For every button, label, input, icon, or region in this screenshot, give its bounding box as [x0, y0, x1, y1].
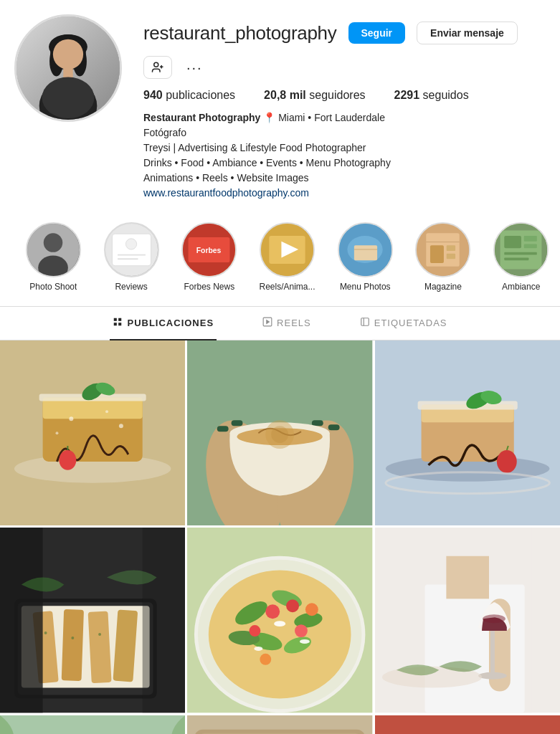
- svg-rect-44: [114, 318, 117, 321]
- svg-rect-34: [430, 245, 444, 263]
- svg-point-14: [44, 233, 63, 252]
- photo-cell-p1[interactable]: [0, 340, 185, 525]
- highlight-hl2[interactable]: Reviews: [100, 222, 163, 292]
- photo-cell-p8[interactable]: [187, 715, 372, 734]
- highlights-section: Photo Shoot Reviews Forbes Forbes News R…: [0, 208, 560, 307]
- svg-rect-129: [0, 715, 185, 734]
- photo-cell-p5[interactable]: [187, 528, 372, 712]
- grid-icon: [113, 317, 123, 327]
- highlight-hl5[interactable]: Menu Photos: [333, 222, 397, 292]
- tab-reels[interactable]: REELS: [260, 307, 314, 340]
- bio-line3: Animations • Reels • Website Images: [143, 171, 546, 186]
- svg-rect-42: [504, 252, 537, 255]
- svg-rect-123: [446, 556, 489, 599]
- svg-point-119: [300, 639, 310, 644]
- highlight-label-hl5: Menu Photos: [340, 282, 391, 292]
- highlight-hl4[interactable]: Reels/Anima...: [255, 222, 319, 292]
- svg-point-18: [125, 239, 136, 249]
- highlight-circle-hl3: Forbes: [181, 222, 237, 277]
- photo-cell-p6[interactable]: [375, 528, 560, 712]
- svg-point-62: [69, 416, 73, 421]
- svg-rect-29: [354, 245, 377, 260]
- profile-section: restaurant_photography Seguir Enviar men…: [0, 0, 560, 208]
- svg-point-83: [497, 450, 517, 473]
- svg-point-58: [59, 450, 76, 470]
- photo-cell-p7[interactable]: [0, 715, 185, 734]
- highlight-circle-hl7: [493, 222, 549, 277]
- more-options-button[interactable]: ···: [184, 57, 206, 79]
- highlight-circle-hl4: [260, 222, 315, 277]
- svg-rect-35: [447, 245, 455, 251]
- seguir-button[interactable]: Seguir: [348, 22, 406, 44]
- svg-rect-71: [312, 420, 323, 426]
- highlight-circle-hl1: [26, 222, 81, 277]
- svg-point-113: [250, 625, 261, 637]
- username: restaurant_photography: [143, 22, 337, 44]
- svg-rect-100: [143, 528, 186, 712]
- svg-point-10: [154, 62, 158, 67]
- photo-cell-p3[interactable]: [375, 340, 560, 525]
- profile-top-row: restaurant_photography Seguir Enviar men…: [143, 22, 546, 79]
- svg-rect-41: [524, 244, 537, 248]
- svg-rect-50: [361, 318, 369, 326]
- tab-label-etiquetadas: ETIQUETADAS: [374, 318, 447, 328]
- svg-rect-99: [0, 528, 43, 712]
- highlight-circle-hl5: [338, 222, 393, 277]
- highlight-hl3[interactable]: Forbes Forbes News: [177, 222, 241, 292]
- svg-rect-69: [217, 426, 229, 432]
- svg-marker-49: [267, 320, 270, 324]
- bio-link[interactable]: www.restaurantfoodphotography.com: [143, 187, 309, 199]
- svg-point-117: [275, 621, 286, 627]
- grid-tab-icon: [113, 317, 123, 329]
- svg-point-9: [42, 77, 95, 118]
- highlight-label-hl6: Magazine: [424, 282, 462, 292]
- svg-rect-47: [119, 323, 122, 325]
- highlight-label-hl1: Photo Shoot: [29, 282, 77, 292]
- svg-point-112: [295, 624, 308, 637]
- svg-rect-94: [88, 611, 112, 684]
- tag-tab-icon: [360, 317, 370, 329]
- svg-point-126: [478, 672, 507, 680]
- svg-text:Forbes: Forbes: [196, 247, 222, 254]
- svg-point-118: [255, 647, 263, 651]
- highlight-label-hl7: Ambiance: [502, 282, 540, 292]
- svg-rect-40: [524, 236, 537, 242]
- tab-etiquetadas[interactable]: ETIQUETADAS: [357, 307, 450, 340]
- reels-icon: [262, 317, 272, 327]
- bio-line1: Treysi | Advertising & Lifestyle Food Ph…: [143, 140, 546, 156]
- svg-point-63: [105, 410, 108, 413]
- stat-following[interactable]: 2291 seguidos: [394, 89, 469, 102]
- tag-icon: [360, 317, 370, 327]
- tab-publicaciones[interactable]: PUBLICACIONES: [110, 307, 217, 340]
- highlight-hl1[interactable]: Photo Shoot: [22, 222, 85, 292]
- avatar[interactable]: [14, 14, 122, 122]
- photo-cell-p4[interactable]: [0, 528, 185, 712]
- play-tab-icon: [262, 317, 272, 329]
- message-button[interactable]: Enviar mensaje: [417, 22, 518, 44]
- bio-line2: Drinks • Food • Ambiance • Events • Menu…: [143, 156, 546, 171]
- highlight-circle-hl6: [415, 222, 470, 277]
- photo-cell-p9[interactable]: [375, 715, 560, 734]
- svg-point-65: [55, 432, 58, 434]
- highlight-hl6[interactable]: Magazine: [412, 222, 475, 292]
- highlight-hl7[interactable]: Ambiance: [489, 222, 553, 292]
- highlight-label-hl4: Reels/Anima...: [260, 282, 315, 292]
- stat-followers[interactable]: 20,8 mil seguidores: [264, 89, 365, 102]
- svg-rect-70: [232, 420, 243, 426]
- svg-rect-36: [447, 254, 455, 259]
- svg-point-76: [272, 426, 289, 443]
- svg-point-111: [266, 605, 280, 619]
- svg-rect-165: [375, 715, 560, 734]
- highlight-label-hl2: Reviews: [115, 282, 147, 292]
- stat-publications[interactable]: 940 publicaciones: [143, 89, 235, 102]
- add-user-button[interactable]: [143, 56, 172, 79]
- bio-role: Fotógrafo: [143, 125, 546, 140]
- tab-label-reels: REELS: [277, 318, 311, 328]
- svg-rect-43: [504, 257, 528, 260]
- photo-cell-p2[interactable]: [187, 340, 372, 525]
- highlight-label-hl3: Forbes News: [184, 282, 234, 292]
- bio-section: Restaurant Photography 📍 Miami • Fort La…: [143, 110, 546, 201]
- stats-row: 940 publicaciones 20,8 mil seguidores 22…: [143, 89, 546, 102]
- svg-point-98: [98, 633, 101, 636]
- photo-grid: [0, 340, 560, 734]
